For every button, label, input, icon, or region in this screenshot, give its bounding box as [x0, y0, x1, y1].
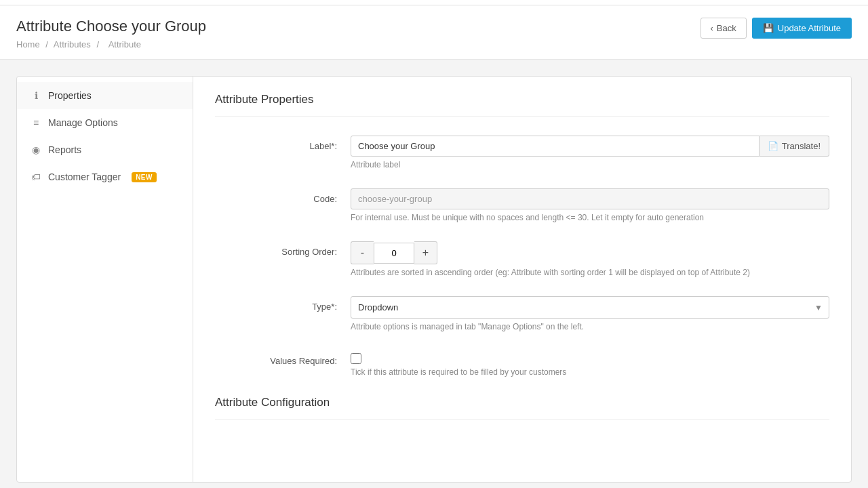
main-content: ℹ Properties ≡ Manage Options ◉ Reports … [0, 60, 868, 488]
code-form-group: Code: For internal use. Must be unique w… [215, 188, 829, 222]
save-icon: 💾 [763, 23, 774, 33]
content-area: Attribute Properties Label*: 📄 Translate… [193, 77, 851, 482]
values-required-checkbox[interactable] [351, 353, 361, 364]
tag-icon: 🏷 [31, 171, 41, 182]
sorting-help-text: Attributes are sorted in ascending order… [351, 268, 829, 277]
sorting-order-label: Sorting Order: [215, 241, 351, 257]
code-field-label: Code: [215, 188, 351, 204]
sidebar-label-reports: Reports [48, 144, 81, 155]
label-field-label: Label*: [215, 136, 351, 151]
sidebar-label-customer-tagger: Customer Tagger [48, 171, 121, 182]
code-help-text: For internal use. Must be unique with no… [351, 213, 829, 222]
sorting-order-form-group: Sorting Order: - + Attributes are sorted… [215, 241, 829, 277]
breadcrumb-current: Attribute [108, 39, 141, 49]
type-form-group: Type*: Dropdown Text Textarea Date Boole… [215, 296, 829, 331]
sorting-minus-button[interactable]: - [351, 241, 374, 264]
update-attribute-button[interactable]: 💾 Update Attribute [752, 18, 852, 39]
type-field-label: Type*: [215, 296, 351, 312]
sidebar-item-customer-tagger[interactable]: 🏷 Customer Tagger NEW [17, 163, 193, 190]
translate-icon: 📄 [768, 141, 778, 151]
page-title: Attribute Choose your Group [16, 18, 206, 35]
list-icon: ≡ [31, 117, 41, 128]
new-badge: NEW [132, 172, 157, 182]
breadcrumb: Home / Attributes / Attribute [16, 39, 206, 49]
card: ℹ Properties ≡ Manage Options ◉ Reports … [16, 76, 852, 483]
label-input[interactable] [351, 136, 760, 157]
type-select[interactable]: Dropdown Text Textarea Date Boolean Mult… [351, 296, 829, 319]
attribute-properties-title: Attribute Properties [215, 93, 829, 117]
breadcrumb-attributes[interactable]: Attributes [54, 39, 91, 49]
sidebar: ℹ Properties ≡ Manage Options ◉ Reports … [17, 77, 193, 482]
sidebar-label-properties: Properties [48, 90, 92, 101]
chevron-left-icon: ‹ [711, 23, 713, 33]
page-header: Attribute Choose your Group Home / Attri… [0, 5, 868, 60]
values-required-label: Values Required: [215, 350, 351, 366]
type-help-text: Attribute options is managed in tab "Man… [351, 322, 829, 331]
label-form-group: Label*: 📄 Translate! Attribute label [215, 136, 829, 169]
chart-icon: ◉ [31, 144, 41, 155]
code-input[interactable] [351, 188, 829, 209]
sorting-plus-button[interactable]: + [414, 241, 437, 264]
info-icon: ℹ [31, 90, 41, 101]
translate-button[interactable]: 📄 Translate! [760, 136, 829, 157]
sorting-order-input[interactable] [374, 243, 414, 264]
back-button[interactable]: ‹ Back [701, 18, 747, 39]
header-actions: ‹ Back 💾 Update Attribute [701, 18, 852, 39]
label-help-text: Attribute label [351, 160, 829, 169]
sidebar-item-reports[interactable]: ◉ Reports [17, 136, 193, 163]
attribute-configuration-title: Attribute Configuration [215, 396, 829, 420]
breadcrumb-home[interactable]: Home [16, 39, 40, 49]
values-required-help-text: Tick if this attribute is required to be… [351, 367, 829, 377]
sidebar-item-manage-options[interactable]: ≡ Manage Options [17, 109, 193, 136]
values-required-form-group: Values Required: Tick if this attribute … [215, 350, 829, 377]
sidebar-label-manage-options: Manage Options [48, 117, 118, 128]
sidebar-item-properties[interactable]: ℹ Properties [17, 82, 193, 109]
